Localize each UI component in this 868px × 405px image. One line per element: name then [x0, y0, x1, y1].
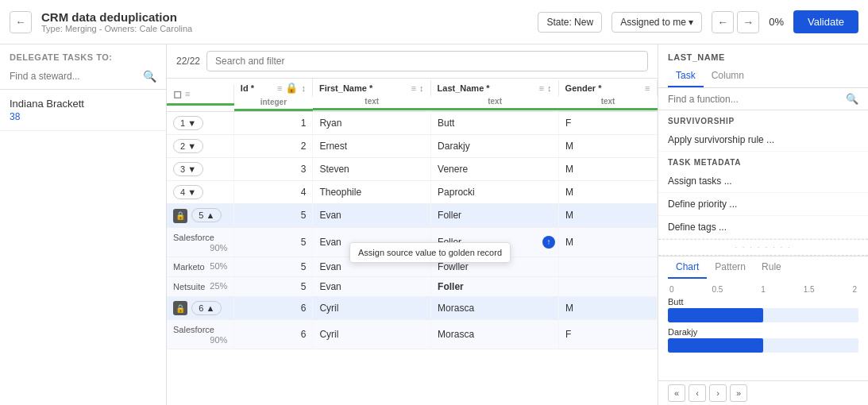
- col-firstname-menu[interactable]: ≡: [411, 83, 416, 93]
- right-tabs: Task Column: [658, 65, 868, 88]
- row-badge-6[interactable]: 6 ▲: [191, 301, 222, 315]
- nav-next-button[interactable]: ›: [709, 384, 727, 402]
- header-title-block: CRM data deduplication Type: Merging - O…: [41, 10, 528, 33]
- tooltip: Assign source value to golden record: [349, 242, 511, 263]
- cell-last: Morasca: [431, 296, 559, 320]
- cell-id: 5: [234, 256, 313, 276]
- cell-gender: F: [559, 112, 658, 135]
- bottom-tabs: Chart Pattern Rule: [658, 256, 868, 279]
- nav-last-button[interactable]: »: [730, 384, 747, 402]
- select-all-icon[interactable]: ◻: [173, 88, 182, 100]
- col-id-menu[interactable]: ≡: [277, 83, 282, 93]
- col-id-label: Id *: [241, 83, 254, 93]
- row-badge-5[interactable]: 5 ▲: [191, 208, 222, 222]
- nav-prev-button[interactable]: ‹: [689, 384, 706, 402]
- col-header-firstname: First_Name * ≡ ↕ text: [313, 79, 431, 112]
- cell-last: Darakjy: [431, 135, 559, 158]
- col-gender-menu[interactable]: ≡: [645, 83, 650, 93]
- tab-task[interactable]: Task: [668, 65, 704, 87]
- row-badge-3[interactable]: 3 ▼: [173, 162, 203, 176]
- cell-first: Ernest: [313, 135, 431, 158]
- person-name: Indiana Brackett: [10, 98, 156, 110]
- col-lastname-sort[interactable]: ↕: [547, 83, 552, 93]
- source-label: Salesforce: [173, 325, 214, 334]
- row-badge-1[interactable]: 1 ▼: [173, 116, 203, 130]
- table-row: 3 ▼ 3 Steven Venere M: [167, 158, 658, 181]
- cell-first: Evan: [313, 276, 431, 296]
- person-count: 38: [10, 111, 156, 122]
- tab-chart[interactable]: Chart: [668, 256, 707, 279]
- cell-first: Cyril: [313, 320, 431, 349]
- cell-id: 6: [234, 320, 313, 349]
- divider-dots: · · · · · · · ·: [658, 239, 868, 256]
- tab-column[interactable]: Column: [704, 65, 752, 87]
- chart-label-butt: Butt: [668, 297, 858, 307]
- cell-gender: M: [559, 296, 658, 320]
- col-header-id: Id * ≡ 🔒 ↕ integer: [234, 79, 313, 112]
- prev-button[interactable]: ←: [712, 11, 734, 33]
- tab-pattern[interactable]: Pattern: [707, 256, 754, 279]
- cell-gender: [559, 256, 658, 276]
- header: ← CRM data deduplication Type: Merging -…: [0, 0, 868, 44]
- tab-rule[interactable]: Rule: [754, 256, 789, 279]
- next-button[interactable]: →: [737, 11, 759, 33]
- state-button[interactable]: State: New: [538, 12, 602, 33]
- col-id-sort[interactable]: ↕: [301, 83, 306, 93]
- search-icon[interactable]: 🔍: [143, 70, 156, 83]
- source-label-cell: Salesforce 90%: [167, 320, 234, 349]
- cell-last: Butt: [431, 112, 559, 135]
- chart-bar-bg-butt: [668, 308, 858, 322]
- col-lastname-menu[interactable]: ≡: [539, 83, 544, 93]
- lock-icon: 🔒: [173, 209, 187, 223]
- col-menu-icon[interactable]: ≡: [185, 89, 190, 98]
- col-header-gender: Gender * ≡ text: [559, 79, 658, 112]
- assign-tasks-item[interactable]: Assign tasks ...: [658, 170, 868, 193]
- search-input[interactable]: [206, 51, 648, 71]
- source-pct: 90%: [210, 335, 227, 345]
- define-tags-item[interactable]: Define tags ...: [658, 216, 868, 239]
- cell-id: 4: [234, 181, 313, 204]
- col-firstname-label: First_Name *: [319, 83, 372, 93]
- cell-id: 1: [234, 112, 313, 135]
- nav-panel: « ‹ › »: [658, 380, 868, 405]
- row-control[interactable]: 4 ▼: [167, 181, 234, 204]
- cell-gender: F: [559, 320, 658, 349]
- row-badge-2[interactable]: 2 ▼: [173, 139, 203, 153]
- chart-axis: 0 0.5 1 1.5 2: [668, 285, 858, 294]
- row-control[interactable]: 2 ▼: [167, 135, 234, 158]
- col-lastname-label: Last_Name *: [438, 83, 490, 93]
- back-button[interactable]: ←: [10, 11, 32, 33]
- axis-15: 1.5: [804, 285, 815, 294]
- find-function-input[interactable]: [668, 94, 843, 105]
- source-label: Salesforce: [173, 233, 214, 242]
- record-count: 22/22: [176, 56, 200, 67]
- row-badge-4[interactable]: 4 ▼: [173, 185, 203, 199]
- row-control[interactable]: 1 ▼: [167, 112, 234, 135]
- col-firstname-sort[interactable]: ↕: [419, 83, 424, 93]
- define-priority-item[interactable]: Define priority ...: [658, 193, 868, 216]
- cell-last: Morasca: [431, 320, 559, 349]
- apply-survivorship-item[interactable]: Apply survivorship rule ...: [658, 129, 868, 152]
- chart-bar-butt: Butt: [668, 297, 858, 322]
- table-row-group5-golden: 🔒 5 ▲ 5 Evan Foller M: [167, 204, 658, 228]
- nav-buttons: ← →: [712, 11, 759, 33]
- assign-source-button[interactable]: ↑: [542, 236, 555, 249]
- cell-gender: M: [559, 135, 658, 158]
- validate-button[interactable]: Validate: [793, 10, 858, 33]
- cell-id: 2: [234, 135, 313, 158]
- source-label: Marketo: [173, 262, 205, 272]
- person-item[interactable]: Indiana Brackett 38: [0, 90, 166, 131]
- row-control-locked[interactable]: 🔒 6 ▲: [167, 296, 234, 320]
- left-panel: DELEGATE TASKS TO: 🔍 Indiana Brackett 38: [0, 44, 167, 405]
- cell-first: Cyril: [313, 296, 431, 320]
- search-filter: [206, 51, 648, 71]
- search-func-icon[interactable]: 🔍: [846, 93, 858, 105]
- find-steward-input[interactable]: [10, 71, 138, 82]
- assigned-button[interactable]: Assigned to me ▾: [611, 12, 702, 33]
- row-control-locked[interactable]: 🔒 5 ▲: [167, 204, 234, 228]
- cell-id: 5: [234, 276, 313, 296]
- nav-first-button[interactable]: «: [668, 384, 685, 402]
- col-id-lock: 🔒: [285, 82, 298, 94]
- row-control[interactable]: 3 ▼: [167, 158, 234, 181]
- axis-05: 0.5: [712, 285, 723, 294]
